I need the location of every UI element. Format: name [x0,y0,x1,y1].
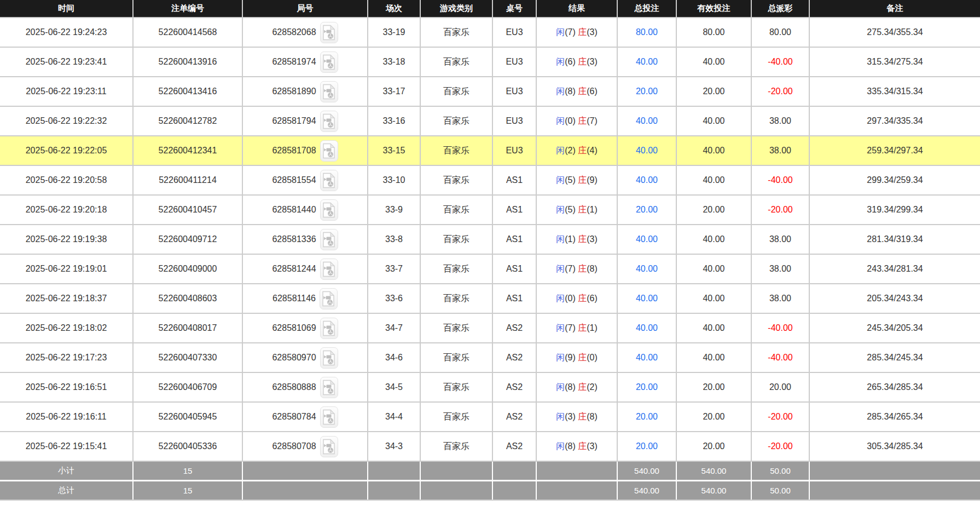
time-cell: 2025-06-22 19:18:02 [0,313,133,343]
payout-cell: -40.00 [751,313,809,343]
table-row[interactable]: 2025-06-22 19:23:11522600413416628581890… [0,77,980,106]
table-row[interactable]: 2025-06-22 19:22:32522600412782628581794… [0,106,980,136]
player-score: (8) [565,87,578,96]
table-row[interactable]: 2025-06-22 19:15:41522600405336628580708… [0,432,980,461]
banker-score: (4) [587,146,598,155]
video-replay-button[interactable] [320,288,338,309]
bet-number-cell: 522600407330 [133,343,242,372]
video-replay-button[interactable] [320,140,338,162]
valid-bet-cell: 40.00 [676,225,751,254]
round-number-wrap: 628581069 [243,318,367,339]
total-bet-link[interactable]: 20.00 [636,205,658,214]
table-number-cell: AS2 [492,343,536,372]
total-bet-link[interactable]: 40.00 [636,234,658,244]
banker-result-label: 庄 [578,441,587,451]
round-number-cell: 628581244 [242,254,368,284]
game-type-cell: 百家乐 [420,195,492,225]
round-number: 628581146 [272,294,316,303]
total-bet-link[interactable]: 20.00 [636,382,658,392]
video-replay-button[interactable] [320,436,338,457]
summary-empty-cell [420,461,492,481]
table-row[interactable]: 2025-06-22 19:24:23522600414568628582068… [0,18,980,47]
round-number-wrap: 628581440 [243,199,367,221]
remark-cell: 297.34/335.34 [809,106,980,136]
table-row[interactable]: 2025-06-22 19:19:01522600409000628581244… [0,254,980,284]
video-replay-button[interactable] [320,111,338,132]
time-cell: 2025-06-22 19:19:38 [0,225,133,254]
table-row[interactable]: 2025-06-22 19:18:02522600408017628581069… [0,313,980,343]
total-bet-link[interactable]: 40.00 [636,116,658,125]
time-cell: 2025-06-22 19:22:32 [0,106,133,136]
total-bet-link[interactable]: 80.00 [636,27,658,37]
payout-cell: -40.00 [751,165,809,195]
total-bet-link[interactable]: 40.00 [636,175,658,185]
video-replay-button[interactable] [320,406,338,428]
round-number: 628581890 [272,87,316,96]
video-replay-button[interactable] [320,318,338,339]
result-cell: 闲(0) 庄(6) [536,284,617,313]
table-row[interactable]: 2025-06-22 19:17:23522600407330628580970… [0,343,980,372]
total-bet-link[interactable]: 40.00 [636,353,658,362]
video-replay-button[interactable] [320,199,338,221]
total-bet-link[interactable]: 40.00 [636,264,658,273]
video-file-icon [322,380,335,395]
valid-bet-cell: 40.00 [676,136,751,165]
summary-valid-bet-cell: 540.00 [676,461,751,481]
table-row[interactable]: 2025-06-22 19:19:38522600409712628581336… [0,225,980,254]
player-result-label: 闲 [556,175,565,185]
summary-empty-cell [368,461,420,481]
valid-bet-cell: 80.00 [676,18,751,47]
video-replay-button[interactable] [320,81,338,102]
round-number-wrap: 628580888 [243,377,367,398]
payout-cell: -20.00 [751,195,809,225]
total-bet-link[interactable]: 20.00 [636,412,658,421]
total-bet-link[interactable]: 20.00 [636,441,658,451]
payout-cell: -20.00 [751,432,809,461]
total-bet-link[interactable]: 40.00 [636,57,658,66]
bet-number-cell: 522600411214 [133,165,242,195]
total-bet-link[interactable]: 40.00 [636,323,658,332]
remark-cell: 245.34/205.34 [809,313,980,343]
video-replay-button[interactable] [320,377,338,398]
video-replay-button[interactable] [320,229,338,250]
round-number: 628580970 [272,353,316,363]
table-row[interactable]: 2025-06-22 19:23:41522600413916628581974… [0,47,980,77]
bet-number-cell: 522600414568 [133,18,242,47]
player-result-label: 闲 [556,57,565,66]
video-replay-button[interactable] [320,22,338,43]
result-cell: 闲(5) 庄(1) [536,195,617,225]
table-row[interactable]: 2025-06-22 19:16:11522600405945628580784… [0,402,980,432]
round-number-wrap: 628580970 [243,347,367,369]
video-replay-button[interactable] [320,259,338,280]
banker-score: (6) [587,87,598,96]
banker-result-label: 庄 [578,116,587,125]
round-number-cell: 628580970 [242,343,368,372]
summary-row-subtotal: 小计15540.00540.0050.00 [0,461,980,481]
video-replay-button[interactable] [320,347,338,369]
total-bet-link[interactable]: 40.00 [636,146,658,155]
summary-empty-cell [242,461,368,481]
round-number: 628581974 [272,57,316,67]
player-score: (2) [565,146,578,155]
table-row[interactable]: 2025-06-22 19:20:58522600411214628581554… [0,165,980,195]
total-bet-link[interactable]: 40.00 [636,294,658,303]
player-score: (7) [565,264,578,273]
banker-score: (7) [587,116,598,125]
table-row[interactable]: 2025-06-22 19:16:51522600406709628580888… [0,372,980,402]
total-bet-cell: 40.00 [617,343,676,372]
column-header-round_no: 局号 [242,0,368,18]
round-number-cell: 628581974 [242,47,368,77]
table-row[interactable]: 2025-06-22 19:22:05522600412341628581708… [0,136,980,165]
round-number-cell: 628581069 [242,313,368,343]
time-cell: 2025-06-22 19:20:18 [0,195,133,225]
video-replay-button[interactable] [320,170,338,191]
table-row[interactable]: 2025-06-22 19:20:18522600410457628581440… [0,195,980,225]
total-bet-link[interactable]: 20.00 [636,87,658,96]
remark-cell: 299.34/259.34 [809,165,980,195]
table-row[interactable]: 2025-06-22 19:18:37522600408603628581146… [0,284,980,313]
column-header-valid_bet: 有效投注 [676,0,751,18]
round-number: 628581244 [272,264,316,274]
banker-score: (8) [587,264,598,273]
video-replay-button[interactable] [320,51,338,73]
banker-score: (3) [587,57,598,66]
